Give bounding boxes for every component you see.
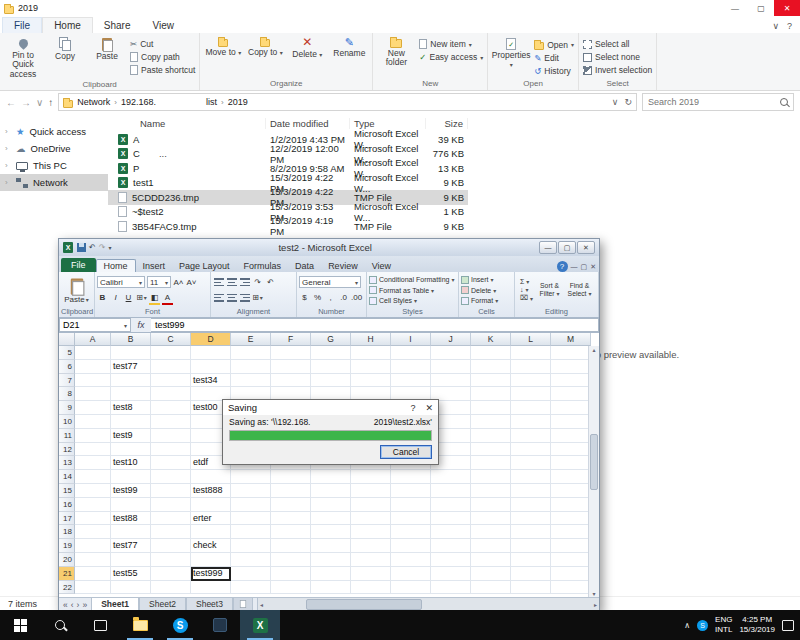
delete-button[interactable]: ✕ Delete ▾ (288, 35, 326, 78)
new-item-button[interactable]: New item ▾ (419, 39, 483, 49)
cell-A6[interactable] (75, 360, 111, 374)
cell-J16[interactable] (431, 498, 471, 512)
scroll-up-icon[interactable]: ▴ (592, 346, 595, 353)
row-header-14[interactable]: 14 (59, 470, 75, 484)
increase-decimal-icon[interactable]: .0 (338, 292, 349, 304)
cell-A18[interactable] (75, 525, 111, 539)
cell-K15[interactable] (471, 484, 511, 498)
sidebar-item-network[interactable]: › Network (0, 174, 108, 191)
workbook-minimize-icon[interactable]: — (571, 263, 578, 270)
cell-J18[interactable] (431, 525, 471, 539)
invert-selection-button[interactable]: Invert selection (583, 65, 652, 75)
cell-styles-button[interactable]: Cell Styles ▾ (369, 297, 456, 305)
workbook-close-icon[interactable]: ✕ (590, 263, 596, 271)
cell-H15[interactable] (351, 484, 391, 498)
clear-button[interactable]: ⌧▾ (520, 294, 533, 302)
first-sheet-icon[interactable]: « (63, 600, 68, 610)
cell-A10[interactable] (75, 415, 111, 429)
align-top-icon[interactable] (213, 276, 224, 288)
cell-A12[interactable] (75, 443, 111, 457)
close-button[interactable]: ✕ (577, 241, 595, 254)
column-header-H[interactable]: H (351, 333, 391, 346)
fill-color-icon[interactable]: ◧ (149, 292, 160, 304)
cell-M16[interactable] (551, 498, 591, 512)
cell-G16[interactable] (311, 498, 351, 512)
cell-L7[interactable] (511, 374, 551, 388)
scroll-left-icon[interactable]: ◂ (260, 601, 263, 608)
row-header-9[interactable]: 9 (59, 401, 75, 415)
tab-share[interactable]: Share (93, 18, 142, 33)
minimize-button[interactable]: — (722, 0, 748, 16)
cell-K13[interactable] (471, 456, 511, 470)
cell-H20[interactable] (351, 553, 391, 567)
help-icon[interactable]: ? (557, 261, 568, 272)
skype-tray-icon[interactable]: S (697, 620, 708, 631)
cell-F22[interactable] (271, 581, 311, 595)
cell-K12[interactable] (471, 443, 511, 457)
cell-L16[interactable] (511, 498, 551, 512)
row-header-8[interactable]: 8 (59, 387, 75, 401)
cell-I22[interactable] (391, 581, 431, 595)
cell-I17[interactable] (391, 512, 431, 526)
cell-G6[interactable] (311, 360, 351, 374)
crumb-network[interactable]: Network (77, 97, 110, 107)
tab-home[interactable]: Home (42, 17, 93, 33)
cell-F19[interactable] (271, 539, 311, 553)
decrease-decimal-icon[interactable]: .00 (351, 292, 362, 304)
cell-B16[interactable] (111, 498, 151, 512)
cell-K7[interactable] (471, 374, 511, 388)
column-header-J[interactable]: J (431, 333, 471, 346)
column-header-I[interactable]: I (391, 333, 431, 346)
row-header-15[interactable]: 15 (59, 484, 75, 498)
expander-icon[interactable]: › (5, 127, 8, 136)
search-input[interactable] (648, 97, 776, 107)
sort-filter-button[interactable]: Sort & Filter ▾ (536, 282, 563, 297)
cell-M11[interactable] (551, 429, 591, 443)
tab-review[interactable]: Review (321, 260, 365, 272)
cell-L17[interactable] (511, 512, 551, 526)
cell-K20[interactable] (471, 553, 511, 567)
cell-B10[interactable] (111, 415, 151, 429)
cell-K10[interactable] (471, 415, 511, 429)
vertical-scrollbar[interactable]: ▴ ▾ (588, 346, 599, 597)
crumb-2019[interactable]: 2019 (228, 97, 248, 107)
cell-E21[interactable] (231, 567, 271, 581)
cell-E20[interactable] (231, 553, 271, 567)
cell-M7[interactable] (551, 374, 591, 388)
orientation-icon[interactable]: ↷ (252, 276, 263, 288)
cell-C7[interactable] (151, 374, 191, 388)
cell-B15[interactable]: test99 (111, 484, 151, 498)
cell-L5[interactable] (511, 346, 551, 360)
taskbar-skype[interactable]: S (160, 610, 200, 640)
cell-M19[interactable] (551, 539, 591, 553)
cell-I5[interactable] (391, 346, 431, 360)
column-header-F[interactable]: F (271, 333, 311, 346)
cell-J5[interactable] (431, 346, 471, 360)
cell-C13[interactable] (151, 456, 191, 470)
cell-H7[interactable] (351, 374, 391, 388)
pin-to-quick-access-button[interactable]: Pin to Quick access (4, 35, 42, 79)
cell-G22[interactable] (311, 581, 351, 595)
cell-I18[interactable] (391, 525, 431, 539)
cell-G20[interactable] (311, 553, 351, 567)
cell-C9[interactable] (151, 401, 191, 415)
refresh-icon[interactable]: ↻ (624, 97, 632, 107)
cell-H21[interactable] (351, 567, 391, 581)
grid-select-all-corner[interactable] (59, 333, 75, 346)
cell-F6[interactable] (271, 360, 311, 374)
cell-A16[interactable] (75, 498, 111, 512)
taskbar-file-explorer[interactable] (120, 610, 160, 640)
cell-J17[interactable] (431, 512, 471, 526)
row-header-22[interactable]: 22 (59, 581, 75, 595)
cell-A14[interactable] (75, 470, 111, 484)
row-header-17[interactable]: 17 (59, 512, 75, 526)
cell-J15[interactable] (431, 484, 471, 498)
sidebar-item-onedrive[interactable]: › ☁ OneDrive (0, 140, 108, 157)
close-button[interactable]: ✕ (774, 0, 800, 16)
cell-K18[interactable] (471, 525, 511, 539)
insert-cells-button[interactable]: Insert ▾ (461, 276, 512, 284)
cell-H19[interactable] (351, 539, 391, 553)
prev-sheet-icon[interactable]: ‹ (71, 600, 74, 610)
cell-E15[interactable] (231, 484, 271, 498)
cell-E19[interactable] (231, 539, 271, 553)
